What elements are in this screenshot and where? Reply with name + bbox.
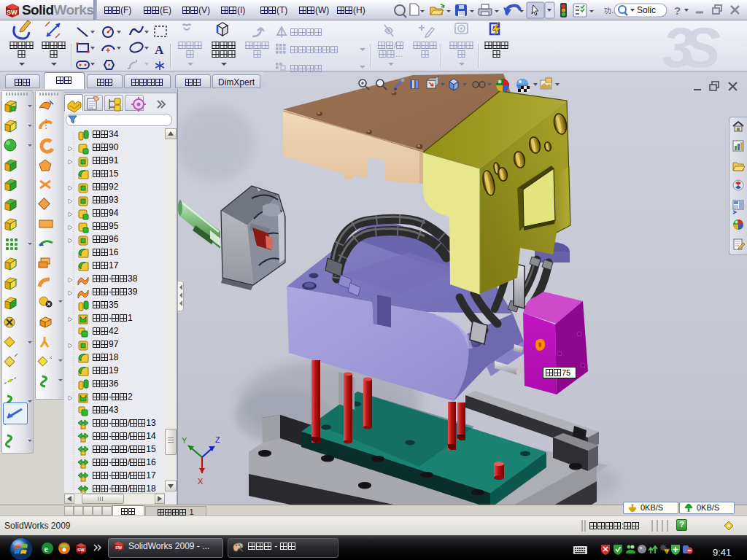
svg-text:Solic: Solic	[637, 5, 656, 15]
svg-text:功..: 功..	[604, 7, 616, 15]
svg-text:X: X	[198, 477, 204, 486]
svg-text:9:41: 9:41	[713, 547, 731, 558]
svg-text:SW: SW	[7, 9, 18, 16]
svg-text:Y: Y	[182, 436, 187, 445]
svg-text:A: A	[155, 43, 164, 57]
svg-text:Z: Z	[215, 435, 220, 444]
